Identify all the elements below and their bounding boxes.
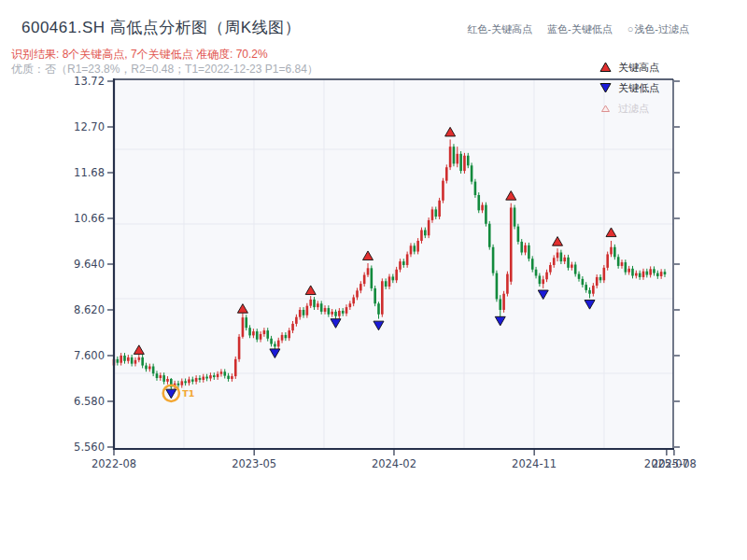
candle-body-down — [477, 195, 480, 210]
candle-body-up — [180, 381, 183, 385]
candle-body-down — [245, 317, 247, 328]
candle-body-up — [295, 317, 298, 324]
candle-body-down — [342, 311, 345, 314]
candle-body-up — [621, 262, 624, 266]
candle-body-up — [549, 265, 552, 273]
x-tick-label: 2024-02 — [372, 457, 416, 470]
y-tick-label: 9.640 — [74, 258, 105, 271]
candle-body-down — [646, 272, 649, 275]
legend-label-filtered: 过滤点 — [618, 102, 649, 116]
candle-body-down — [374, 288, 376, 303]
legend-item-key-low: 关键低点 — [599, 77, 659, 98]
candle-body-up — [160, 375, 162, 378]
candle-body-up — [127, 357, 130, 361]
candle-body-down — [567, 258, 570, 268]
candle-body-down — [585, 285, 587, 290]
candle-body-up — [317, 303, 319, 307]
candle-body-up — [571, 264, 573, 267]
candle-body-down — [520, 242, 523, 253]
candle-body-up — [606, 254, 609, 267]
candle-body-down — [392, 276, 395, 280]
candle-body-down — [471, 165, 473, 181]
candle-body-up — [563, 258, 566, 261]
y-tick-label: 5.560 — [74, 441, 105, 454]
candle-body-down — [588, 290, 591, 294]
candle-body-up — [524, 245, 527, 253]
candle-body-down — [184, 381, 187, 383]
candle-body-down — [639, 273, 641, 277]
up-triangle-red-icon — [599, 62, 612, 73]
candle-body-up — [166, 379, 169, 382]
candle-body-down — [499, 299, 501, 310]
candle-body-up — [553, 258, 556, 265]
candle-body-down — [227, 376, 230, 379]
candle-body-up — [309, 300, 312, 306]
chart-legend: 关键高点 关键低点 过滤点 — [599, 57, 659, 119]
candle-body-up — [217, 374, 219, 377]
candle-body-up — [542, 279, 544, 284]
candle-body-up — [438, 201, 441, 217]
candle-body-up — [627, 269, 630, 273]
candle-body-down — [582, 279, 585, 285]
candle-body-up — [635, 273, 638, 276]
candle-body-up — [596, 277, 599, 286]
candle-body-up — [331, 312, 333, 315]
candle-body-up — [202, 377, 204, 380]
candle-body-down — [664, 272, 667, 274]
candle-body-up — [324, 308, 327, 312]
candle-body-up — [363, 275, 366, 285]
candle-body-down — [617, 257, 620, 266]
candle-body-up — [395, 270, 398, 281]
candle-body-up — [306, 306, 309, 315]
candle-body-up — [660, 272, 663, 276]
candle-body-up — [610, 247, 613, 255]
candle-body-down — [656, 273, 659, 276]
candle-body-up — [445, 167, 448, 180]
y-tick-label: 8.620 — [74, 303, 105, 316]
x-tick-label: 2025-08 — [652, 457, 697, 470]
x-tick-label: 2023-05 — [232, 457, 276, 470]
candle-body-down — [377, 303, 380, 315]
candle-body-up — [603, 268, 606, 280]
candle-body-down — [560, 253, 563, 262]
candle-body-down — [328, 308, 331, 315]
candle-body-down — [177, 384, 180, 385]
candle-body-down — [270, 339, 273, 344]
candle-body-down — [131, 357, 134, 364]
candle-body-up — [428, 220, 430, 235]
candle-body-up — [545, 273, 548, 280]
candle-body-down — [414, 245, 416, 251]
candle-body-down — [528, 245, 530, 259]
y-tick-label: 13.72 — [74, 75, 105, 88]
candle-body-up — [431, 209, 434, 220]
candle-body-down — [653, 269, 655, 273]
candle-body-down — [631, 269, 634, 276]
candle-body-down — [539, 275, 542, 284]
candle-body-up — [510, 207, 513, 281]
t1-label: T1 — [182, 388, 194, 399]
candle-body-up — [263, 330, 266, 334]
candle-body-down — [496, 273, 499, 300]
candle-body-up — [281, 335, 284, 341]
candle-body-up — [345, 307, 348, 314]
candle-body-down — [223, 371, 226, 375]
candle-body-down — [453, 147, 456, 163]
candle-body-down — [274, 344, 276, 347]
candle-body-down — [488, 224, 491, 247]
candle-body-down — [156, 373, 159, 378]
candle-body-up — [252, 331, 255, 335]
candle-body-up — [134, 360, 137, 364]
candle-body-down — [424, 230, 427, 235]
legend-label-key-low: 关键低点 — [618, 81, 659, 95]
candle-body-down — [459, 154, 462, 171]
candle-body-down — [145, 366, 148, 370]
candle-body-up — [481, 205, 484, 211]
candle-body-down — [248, 328, 251, 335]
y-tick-label: 10.66 — [74, 212, 105, 225]
candle-body-up — [449, 147, 452, 167]
candle-body-down — [313, 300, 316, 307]
candle-body-up — [456, 154, 458, 164]
candle-body-down — [371, 268, 374, 288]
candle-body-up — [367, 268, 370, 274]
candle-body-down — [117, 359, 120, 363]
